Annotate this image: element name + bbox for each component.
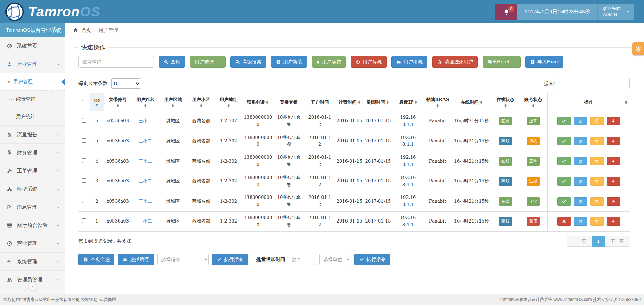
delete-button[interactable] xyxy=(590,197,604,206)
user-name-link[interactable]: 王小二 xyxy=(138,158,152,164)
select-page-button[interactable]: 本页全选 xyxy=(78,254,114,265)
combined-query-input[interactable] xyxy=(78,56,154,68)
column-header[interactable]: 操作▲▼ xyxy=(548,93,630,111)
query-button[interactable]: 查询 xyxy=(159,56,185,68)
sidebar-subitem[interactable]: 用户统计 xyxy=(0,108,65,125)
sidebar-item-1[interactable]: 营业管理 xyxy=(0,55,65,73)
export-excel-button[interactable]: 导出Excel xyxy=(483,56,520,68)
prev-page-button[interactable]: 上一页 xyxy=(567,236,592,247)
activate-button[interactable] xyxy=(557,177,571,186)
select-all-button[interactable]: 选择所有 xyxy=(118,254,154,265)
current-page-button[interactable]: 1 xyxy=(592,236,605,247)
download-button[interactable] xyxy=(607,157,620,165)
row-checkbox[interactable] xyxy=(82,199,86,203)
download-button[interactable] xyxy=(607,117,620,125)
column-header[interactable]: 用户姓名▲▼ xyxy=(132,93,159,111)
cell-community: 西城名都 xyxy=(187,131,215,151)
download-button[interactable] xyxy=(607,197,620,206)
deactivate-button[interactable] xyxy=(557,217,571,226)
delete-button[interactable] xyxy=(590,137,604,145)
edit-button[interactable] xyxy=(574,177,587,186)
sidebar-subitem[interactable]: »用户管理 xyxy=(0,73,65,91)
activate-button[interactable] xyxy=(557,197,571,206)
row-checkbox[interactable] xyxy=(82,158,86,163)
row-checkbox[interactable] xyxy=(82,178,86,183)
sidebar-item-4[interactable]: 工单管理 xyxy=(0,162,65,180)
sidebar-item-6[interactable]: 消息管理 xyxy=(0,198,65,216)
sidebar-collapse-button[interactable]: « xyxy=(28,282,37,291)
sidebar-item-2[interactable]: 流量报告 xyxy=(0,126,65,144)
user-name-link[interactable]: 王小二 xyxy=(138,199,152,204)
execute-batch-button[interactable]: 执行指令 xyxy=(354,254,390,265)
clean-dead-users-button[interactable]: 清理挂死用户 xyxy=(432,56,478,68)
import-excel-button[interactable]: 导入Excel xyxy=(525,56,563,68)
cell-region: 潍城区 xyxy=(159,171,187,191)
home-icon[interactable] xyxy=(73,27,78,34)
row-checkbox[interactable] xyxy=(82,138,86,143)
unit-select[interactable]: 选择单位 xyxy=(319,254,351,265)
sidebar-item-7[interactable]: 网厅前台设置 xyxy=(0,216,65,234)
row-checkbox[interactable] xyxy=(82,118,86,123)
delete-button[interactable] xyxy=(590,117,604,125)
sidebar-item-5[interactable]: 模型系统 xyxy=(0,180,65,198)
column-header[interactable]: 计费时间▲▼ xyxy=(335,93,364,111)
column-header[interactable]: 账号状态▲▼ xyxy=(519,93,548,111)
next-page-button[interactable]: 下一页 xyxy=(605,236,630,247)
table-search-input[interactable] xyxy=(558,78,630,89)
column-header[interactable]: ID▼ xyxy=(90,93,104,111)
user-new-button[interactable]: 用户新装 xyxy=(271,56,307,68)
user-renew-button[interactable]: ¥用户续费 xyxy=(312,56,346,68)
select-all-checkbox[interactable] xyxy=(82,100,86,104)
sidebar-item-3[interactable]: $财务管理 xyxy=(0,144,65,162)
user-name-link[interactable]: 王小二 xyxy=(138,178,152,183)
row-checkbox[interactable] xyxy=(82,218,86,223)
column-header[interactable]: 登陆BRAS▲▼ xyxy=(424,93,451,111)
sidebar-item-0[interactable]: 系统首页 xyxy=(0,37,65,55)
user-name-link[interactable]: 王小二 xyxy=(138,138,152,143)
user-stop-button[interactable]: 用户停机 xyxy=(351,56,387,68)
column-header[interactable]: 在线状态▲▼ xyxy=(492,93,519,111)
user-select-button[interactable]: 用户选择 xyxy=(190,56,226,68)
batch-number-input[interactable] xyxy=(289,254,316,265)
download-button[interactable] xyxy=(607,177,620,186)
column-header[interactable]: 在线时间▲▼ xyxy=(451,93,492,111)
edit-button[interactable] xyxy=(574,157,587,165)
edit-button[interactable] xyxy=(574,137,587,145)
notifications-button[interactable]: 8 xyxy=(495,4,517,20)
delete-button[interactable] xyxy=(590,177,604,186)
delete-button[interactable] xyxy=(590,217,604,226)
sidebar-item-9[interactable]: 系统管理 xyxy=(0,253,65,271)
account-status-badge: 正常 xyxy=(527,157,540,165)
per-page-select[interactable]: 10 xyxy=(111,78,141,89)
user-move-button[interactable]: 用户移机 xyxy=(391,56,427,68)
column-header[interactable]: 宽带套餐 xyxy=(273,93,305,111)
download-button[interactable] xyxy=(607,217,620,226)
column-header[interactable]: 到期时间▲▼ xyxy=(364,93,392,111)
column-header[interactable]: 用户小区▲▼ xyxy=(187,93,215,111)
column-header[interactable]: 用户地址▲▼ xyxy=(215,93,242,111)
column-header[interactable]: 开户时间 xyxy=(305,93,335,111)
delete-button[interactable] xyxy=(590,157,604,165)
sidebar-item-8[interactable]: 营业管理 xyxy=(0,234,65,253)
account-menu[interactable]: 欢迎光临, ADMIN xyxy=(597,4,634,20)
execute-command-button[interactable]: 执行指令 xyxy=(212,254,248,265)
sidebar-subitem[interactable]: 续费查询 xyxy=(0,91,65,108)
table-row: 3x0536a03王小二潍城区西城名都1-2-3021380000000010兆… xyxy=(78,171,630,191)
column-header[interactable]: 最近IP▲▼ xyxy=(392,93,424,111)
column-header[interactable]: 联系电话▲▼ xyxy=(242,93,273,111)
download-button[interactable] xyxy=(607,137,620,145)
column-header[interactable]: 用户区域▲▼ xyxy=(159,93,187,111)
user-name-link[interactable]: 王小二 xyxy=(138,218,152,224)
activate-button[interactable] xyxy=(557,157,571,165)
command-select[interactable]: 选择指令 xyxy=(157,254,209,265)
breadcrumb-home[interactable]: 首页 xyxy=(82,27,91,34)
column-header[interactable]: 宽带账号▲▼ xyxy=(104,93,132,111)
advanced-search-button[interactable]: 高级搜索 xyxy=(230,56,266,68)
activate-button[interactable] xyxy=(557,117,571,125)
user-name-link[interactable]: 王小二 xyxy=(138,118,152,123)
edit-button[interactable] xyxy=(574,197,587,206)
settings-fab-button[interactable] xyxy=(632,42,644,55)
activate-button[interactable] xyxy=(557,137,571,145)
edit-button[interactable] xyxy=(574,217,587,226)
edit-button[interactable] xyxy=(574,117,587,125)
